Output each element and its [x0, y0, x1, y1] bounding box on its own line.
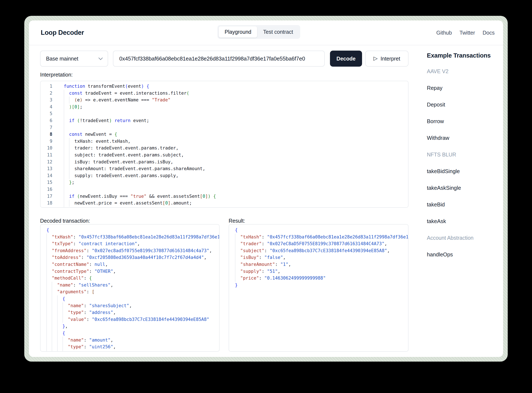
code-line: const newEvent = {	[64, 131, 408, 138]
line-number: 13	[40, 165, 56, 172]
code-line: txHash: event.txHash,	[64, 138, 408, 145]
json-line: "arguments": [	[46, 288, 219, 295]
line-number: 3	[40, 97, 56, 103]
json-line: "value": "1"	[46, 350, 219, 352]
json-line: "name": "sharesSubject",	[46, 302, 219, 309]
decoded-json-panel[interactable]: {"txHash": "0x457fcf338baf66a08ebc81ea1e…	[40, 224, 220, 352]
code-line: isBuy: tradeEvent.event.params.isBuy,	[64, 158, 408, 166]
line-number: 9	[40, 138, 56, 145]
json-line: "txHash": "0x457fcf338baf66a08ebc81ea1e2…	[235, 234, 408, 241]
code-line	[64, 124, 408, 131]
network-select-value: Base mainnet	[46, 56, 78, 62]
twitter-link[interactable]: Twitter	[459, 30, 475, 36]
line-number: 15	[40, 179, 56, 186]
play-icon: ▷	[373, 55, 377, 61]
example-tx-takeasksingle[interactable]: takeAskSingle	[427, 185, 499, 191]
examples-title: Example Transactions	[427, 52, 499, 59]
code-line	[64, 186, 408, 193]
docs-link[interactable]: Docs	[483, 30, 495, 36]
code-line: )[0];	[64, 103, 408, 110]
line-number: 19	[40, 207, 56, 208]
json-line: "fromAddress": "0x027ec8ad5f0755e8199c37…	[46, 247, 219, 254]
code-line: shareAmount: tradeEvent.event.params.sha…	[64, 165, 408, 172]
json-line: }	[235, 282, 408, 289]
json-line: {	[46, 330, 219, 337]
controls-row: Base mainnet Decode ▷ Interpret	[40, 51, 408, 67]
tab-playground[interactable]: Playground	[219, 26, 257, 38]
line-number: 1	[40, 83, 56, 90]
json-line: "txType": "contract interaction",	[46, 240, 219, 247]
json-line: "price": "0.1463062499999999988"	[235, 275, 408, 282]
line-number: 7	[40, 124, 56, 131]
json-line: "trader": "0x027eC8aD5F0755E8199c370877d…	[235, 240, 408, 247]
tab-test-contract[interactable]: Test contract	[257, 26, 299, 38]
interpret-button[interactable]: ▷ Interpret	[365, 51, 408, 67]
json-line: "isBuy": "false",	[235, 254, 408, 261]
chevron-down-icon	[98, 55, 103, 60]
line-number: 10	[40, 145, 56, 152]
example-tx-takebidsingle[interactable]: takeBidSingle	[427, 168, 499, 174]
code-line: };	[64, 179, 408, 186]
screen: { "header": { "title": "Loop Decoder", "…	[0, 0, 532, 393]
tx-hash-input[interactable]	[113, 51, 325, 67]
example-tx-borrow[interactable]: Borrow	[427, 118, 499, 124]
json-line: "methodCall": {	[46, 275, 219, 282]
window-frame: Loop Decoder Playground Test contract Gi…	[24, 16, 508, 362]
json-line: "toAddress": "0xcf205808ed36593aa40a44f1…	[46, 254, 219, 261]
json-line: "contractName": null,	[46, 261, 219, 268]
result-json-panel[interactable]: {"txHash": "0x457fcf338baf66a08ebc81ea1e…	[229, 224, 408, 352]
app-header: Loop Decoder Playground Test contract Gi…	[29, 20, 503, 45]
line-number: 17	[40, 193, 56, 200]
json-line: "type": "address",	[46, 309, 219, 316]
network-select[interactable]: Base mainnet	[40, 51, 108, 67]
example-tx-handleops[interactable]: handleOps	[427, 251, 499, 258]
interpret-label: Interpret	[381, 56, 400, 62]
json-line: {	[46, 295, 219, 302]
json-line: "shareAmount": "1",	[235, 261, 408, 268]
code-line: subject: tradeEvent.event.params.subject…	[64, 152, 408, 158]
code-line: newEvent.price = event.assetsSent[0].amo…	[64, 200, 408, 207]
app-title: Loop Decoder	[41, 29, 84, 36]
editor-gutter: 12345678910111213141516171819	[40, 81, 56, 207]
line-number: 5	[40, 110, 56, 117]
example-section-nfts-blur: NFTS BLUR	[427, 152, 499, 158]
json-line: {	[46, 227, 219, 234]
view-tabs: Playground Test contract	[217, 25, 300, 39]
example-section-aave-v2: AAVE V2	[427, 68, 499, 74]
code-line: trader: tradeEvent.event.params.trader,	[64, 145, 408, 152]
line-number: 16	[40, 186, 56, 193]
line-number: 4	[40, 103, 56, 110]
result-label: Result:	[229, 218, 245, 224]
code-line: (e) => e.event.eventName === "Trade"	[64, 97, 408, 103]
json-line: "type": "uint256",	[46, 344, 219, 350]
examples-sidebar: Example Transactions AAVE V2RepayDeposit…	[427, 52, 499, 268]
line-number: 2	[40, 90, 56, 97]
code-line: if (newEvent.isBuy === "true" && event.a…	[64, 193, 408, 200]
json-line: "subject": "0xc65fea898bcb37C7cE338184fe…	[235, 247, 408, 254]
decode-button[interactable]: Decode	[330, 51, 362, 67]
line-number: 12	[40, 158, 56, 166]
json-line: {	[235, 227, 408, 234]
examples-list: AAVE V2RepayDepositBorrowWithdrawNFTS BL…	[427, 68, 499, 258]
line-number: 8	[40, 131, 56, 138]
code-line: supply: tradeEvent.event.params.supply,	[64, 172, 408, 179]
editor-code: function transformEvent(event) {const tr…	[56, 81, 408, 207]
line-number: 18	[40, 200, 56, 207]
json-line: "contractType": "OTHER",	[46, 268, 219, 275]
header-links: Github Twitter Docs	[436, 30, 495, 36]
json-line: "supply": "51",	[235, 268, 408, 275]
example-tx-takeask[interactable]: takeAsk	[427, 218, 499, 224]
example-tx-deposit[interactable]: Deposit	[427, 102, 499, 108]
code-editor[interactable]: 12345678910111213141516171819 function t…	[40, 81, 408, 208]
line-number: 14	[40, 172, 56, 179]
github-link[interactable]: Github	[436, 30, 452, 36]
example-tx-withdraw[interactable]: Withdraw	[427, 135, 499, 141]
code-line: const tradeEvent = event.interactions.fi…	[64, 90, 408, 97]
json-line: "name": "sellShares",	[46, 282, 219, 289]
code-line: if (!tradeEvent) return event;	[64, 117, 408, 124]
line-number: 6	[40, 117, 56, 124]
decoded-transaction-label: Decoded transaction:	[40, 218, 90, 224]
example-tx-repay[interactable]: Repay	[427, 85, 499, 91]
example-tx-takebid[interactable]: takeBid	[427, 201, 499, 208]
app-window: Loop Decoder Playground Test contract Gi…	[29, 20, 503, 357]
